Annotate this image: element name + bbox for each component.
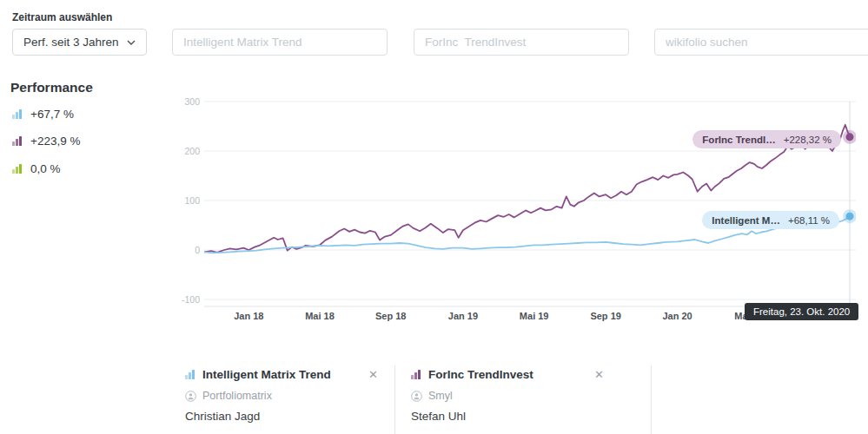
bar-chart-icon xyxy=(12,136,23,146)
y-axis-tick-label: -100 xyxy=(169,294,200,305)
wikifolio-compare-page: Zeitraum auswählen Perf. seit 3 Jahren P… xyxy=(0,0,868,434)
series-label-name: ForInc TrendI… xyxy=(702,135,775,145)
x-axis-tick-label: Jan 18 xyxy=(234,311,263,321)
timeframe-label: Zeitraum auswählen xyxy=(12,11,112,23)
wikifolio-card-1: Intelligent Matrix Trend ✕ Portfoliomatr… xyxy=(185,368,394,434)
bar-chart-icon xyxy=(411,370,422,379)
x-axis-tick-label: Sep 18 xyxy=(375,311,406,321)
date-tooltip: Freitag, 23. Okt. 2020 xyxy=(745,303,858,320)
user-icon xyxy=(185,391,196,402)
legend-item-blue: +67,7 % xyxy=(12,108,74,121)
chevron-down-icon xyxy=(127,40,136,45)
series-label-value: +228,32 % xyxy=(784,135,832,145)
x-axis-tick-label: Jan 20 xyxy=(662,311,692,321)
y-axis-tick-label: 0 xyxy=(169,245,200,255)
card-divider xyxy=(394,365,395,434)
endpoint-dot[interactable] xyxy=(846,133,854,141)
wikifolio-card-2: ForInc TrendInvest ✕ Smyl Stefan Uhl xyxy=(411,368,620,434)
performance-chart[interactable] xyxy=(204,97,856,307)
compare-input-2[interactable] xyxy=(414,29,629,56)
x-axis-tick-label: Mai 19 xyxy=(520,311,549,321)
performance-heading: Performance xyxy=(10,80,93,95)
bar-chart-icon xyxy=(185,370,196,379)
card-owner[interactable]: Smyl xyxy=(428,390,453,402)
card-title: Intelligent Matrix Trend xyxy=(202,368,331,381)
bar-chart-icon xyxy=(12,164,23,174)
close-icon[interactable]: ✕ xyxy=(594,369,604,380)
compare-input-1[interactable] xyxy=(172,29,388,56)
timeframe-select-value: Perf. seit 3 Jahren xyxy=(23,36,119,49)
y-axis-tick-label: 100 xyxy=(169,195,200,206)
y-axis-tick-label: 200 xyxy=(169,146,200,156)
card-divider xyxy=(651,365,652,434)
x-axis-tick-label: Jan 19 xyxy=(448,311,478,321)
card-owner[interactable]: Portfoliomatrix xyxy=(202,390,272,402)
x-axis-tick-label: Mai 18 xyxy=(305,311,335,321)
timeframe-select[interactable]: Perf. seit 3 Jahren xyxy=(12,29,147,56)
legend-item-green: 0,0 % xyxy=(12,162,61,175)
legend-item-purple: +223,9 % xyxy=(12,135,80,148)
series-label-name: Intelligent M… xyxy=(712,215,780,226)
bar-chart-icon xyxy=(12,109,23,119)
series-label-intelligent[interactable]: Intelligent M… +68,11 % xyxy=(702,211,839,229)
wikifolio-search-input[interactable] xyxy=(654,29,868,56)
legend-value: 0,0 % xyxy=(30,162,61,175)
x-axis-tick-label: Sep 19 xyxy=(590,311,620,321)
user-icon xyxy=(411,391,422,402)
card-title: ForInc TrendInvest xyxy=(428,368,533,381)
endpoint-dot[interactable] xyxy=(846,213,854,220)
card-trader[interactable]: Christian Jagd xyxy=(185,410,394,423)
legend-value: +223,9 % xyxy=(30,135,80,148)
legend-value: +67,7 % xyxy=(30,108,74,121)
y-axis-tick-label: 300 xyxy=(169,96,200,107)
close-icon[interactable]: ✕ xyxy=(368,369,378,380)
series-label-value: +68,11 % xyxy=(788,215,830,226)
card-trader[interactable]: Stefan Uhl xyxy=(411,410,620,423)
series-label-forinc[interactable]: ForInc TrendI… +228,32 % xyxy=(692,130,841,148)
